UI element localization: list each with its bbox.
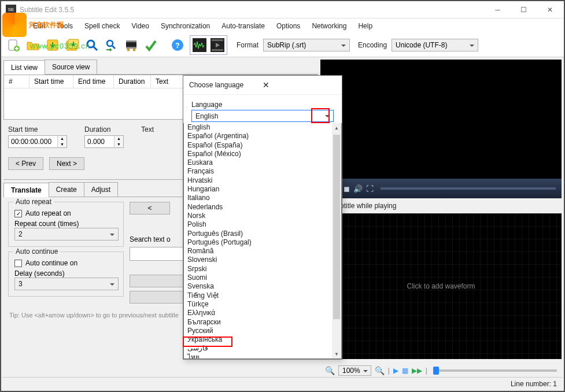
slider-thumb[interactable] <box>433 367 439 375</box>
save-icon[interactable] <box>44 36 61 54</box>
menu-tools[interactable]: Tools <box>51 20 79 32</box>
menu-autotranslate[interactable]: Auto-translate <box>216 20 271 32</box>
language-option[interactable]: English <box>184 123 341 132</box>
language-option[interactable]: Suomi <box>184 273 341 282</box>
start-time-input[interactable]: ▲▼ <box>8 135 67 148</box>
language-option[interactable]: Ελληνικά <box>184 309 341 317</box>
stop-icon[interactable]: ◼ <box>344 184 350 193</box>
language-option[interactable]: Euskara <box>184 158 341 167</box>
grid-icon[interactable]: ▦ <box>402 367 408 375</box>
auto-continue-checkbox[interactable]: Auto continue on <box>14 259 117 267</box>
prev-button[interactable]: < Prev <box>8 157 43 170</box>
scroll-up-icon[interactable]: ▲ <box>332 123 341 132</box>
menu-edit[interactable]: Edit <box>27 20 51 32</box>
tab-list-view[interactable]: List view <box>3 60 45 75</box>
col-end[interactable]: End time <box>73 75 114 88</box>
language-option[interactable]: Română <box>184 247 341 256</box>
svg-point-5 <box>87 40 94 47</box>
repeat-count-select[interactable]: 2 <box>14 228 119 241</box>
language-option[interactable]: Polish <box>184 220 341 229</box>
zoom-out-icon[interactable]: 🔍 <box>325 366 335 375</box>
menu-file[interactable]: File <box>5 20 27 32</box>
delay-select[interactable]: 3 <box>14 278 119 290</box>
minimize-button[interactable]: ─ <box>485 1 511 18</box>
forward-icon[interactable]: ▶▶ <box>412 367 422 375</box>
language-option[interactable]: Português (Portugal) <box>184 238 341 247</box>
menu-sync[interactable]: Synchronization <box>155 20 216 32</box>
language-option[interactable]: Español (Argentina) <box>184 132 341 140</box>
language-option[interactable]: Slovenski <box>184 256 341 264</box>
menu-networking[interactable]: Networking <box>306 20 352 32</box>
language-option[interactable]: Español (México) <box>184 150 341 158</box>
language-option[interactable]: Español (España) <box>184 141 341 150</box>
visual-sync-icon[interactable] <box>123 36 140 54</box>
video-panel[interactable]: ◼ 🔊 ⛶ <box>320 60 562 198</box>
language-option[interactable]: Українська <box>184 335 341 344</box>
replace-icon[interactable] <box>103 36 120 54</box>
language-option[interactable]: Italiano <box>184 194 341 202</box>
open-file-icon[interactable] <box>24 36 42 54</box>
language-option[interactable]: Български <box>184 318 341 327</box>
format-select[interactable]: SubRip (.srt) <box>263 39 350 51</box>
help-icon[interactable]: ? <box>169 36 186 54</box>
col-duration[interactable]: Duration <box>114 75 151 88</box>
language-option[interactable]: Русский <box>184 327 341 335</box>
scroll-thumb[interactable] <box>333 135 340 319</box>
scrollbar[interactable]: ▲ ▼ <box>332 123 341 358</box>
scroll-down-icon[interactable]: ▼ <box>332 349 341 358</box>
tab-translate[interactable]: Translate <box>3 183 49 197</box>
spin-down-icon[interactable]: ▼ <box>58 142 67 147</box>
language-option[interactable]: Nederlands <box>184 203 341 212</box>
play-selection-icon[interactable]: ▶ <box>393 367 398 375</box>
language-dropdown-list[interactable]: ▲ ▼ EnglishEspañol (Argentina)Español (E… <box>183 123 342 359</box>
tab-adjust[interactable]: Adjust <box>84 182 118 197</box>
seek-bar[interactable] <box>381 187 556 190</box>
spin-up-icon[interactable]: ▲ <box>115 136 123 142</box>
language-option[interactable]: Français <box>184 167 341 176</box>
language-option[interactable]: Hungarian <box>184 185 341 194</box>
tab-source-view[interactable]: Source view <box>45 60 97 74</box>
waveform-panel[interactable]: Click to add waveform <box>320 213 562 359</box>
auto-repeat-checkbox[interactable]: ✓Auto repeat on <box>14 209 117 217</box>
maximize-button[interactable]: ☐ <box>511 1 537 18</box>
dialog-close-button[interactable]: ✕ <box>259 79 336 91</box>
next-button[interactable]: Next > <box>49 157 84 170</box>
video-icon[interactable] <box>209 36 226 54</box>
menu-spellcheck[interactable]: Spell check <box>79 20 125 32</box>
language-option[interactable]: فارسی <box>184 344 341 353</box>
spin-up-icon[interactable]: ▲ <box>58 136 67 142</box>
menu-help[interactable]: Help <box>352 20 378 32</box>
language-option[interactable]: Norsk <box>184 212 341 220</box>
col-number[interactable]: # <box>4 75 29 88</box>
language-option[interactable]: Tiếng Việt <box>184 291 341 300</box>
encoding-select[interactable]: Unicode (UTF-8) <box>392 39 478 51</box>
save-as-icon[interactable] <box>64 36 81 54</box>
position-slider[interactable] <box>433 369 557 372</box>
spellcheck-icon[interactable] <box>142 36 160 54</box>
fullscreen-icon[interactable]: ⛶ <box>366 184 374 193</box>
volume-icon[interactable]: 🔊 <box>353 184 363 193</box>
language-select[interactable]: English <box>191 110 334 122</box>
find-icon[interactable] <box>83 36 101 54</box>
language-option[interactable]: ไทย <box>184 353 341 359</box>
close-button[interactable]: ✕ <box>537 1 563 18</box>
line-number-status: Line number: 1 <box>511 380 557 388</box>
zoom-select[interactable]: 100% <box>338 365 371 376</box>
new-file-icon[interactable] <box>5 36 22 54</box>
menu-video[interactable]: Video <box>125 20 154 32</box>
menu-options[interactable]: Options <box>271 20 306 32</box>
language-option[interactable]: Português (Brasil) <box>184 230 341 238</box>
language-option[interactable]: Svenska <box>184 282 341 291</box>
language-option[interactable]: Srpski <box>184 265 341 273</box>
tab-create[interactable]: Create <box>49 182 84 197</box>
waveform-title: nt subtitle while playing <box>320 198 564 213</box>
waveform-icon[interactable] <box>191 36 208 54</box>
duration-input[interactable]: ▲▼ <box>84 135 124 148</box>
spin-down-icon[interactable]: ▼ <box>115 142 123 147</box>
col-start[interactable]: Start time <box>29 75 73 88</box>
zoom-in-icon[interactable]: 🔍 <box>375 366 385 375</box>
back-button[interactable]: < <box>130 202 170 215</box>
language-option[interactable]: Hrvatski <box>184 176 341 185</box>
video-controls: ◼ 🔊 ⛶ <box>320 179 562 198</box>
language-option[interactable]: Türkçe <box>184 300 341 309</box>
